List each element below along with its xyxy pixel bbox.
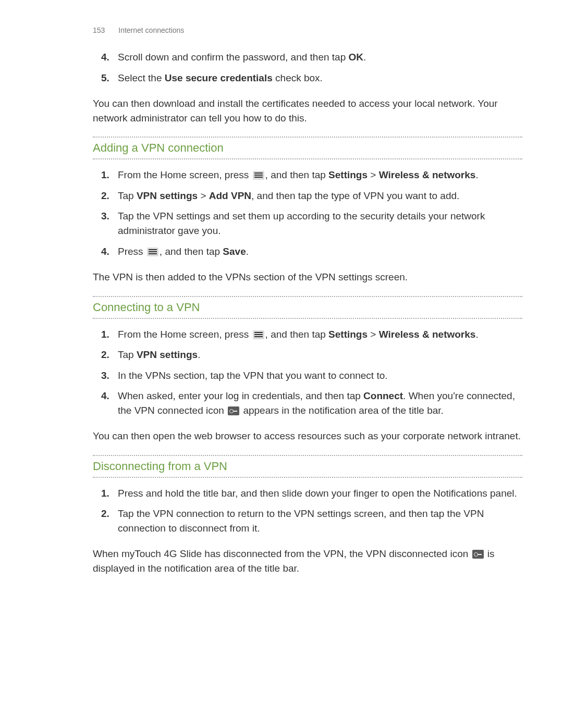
adding-after: The VPN is then added to the VPNs sectio… (93, 270, 522, 285)
step-bold: Connect (363, 390, 403, 401)
step-text: > (368, 169, 379, 180)
step-bold: Settings (328, 329, 368, 340)
section-title-connecting: Connecting to a VPN (93, 296, 522, 319)
disconnecting-step-1: 1 Press and hold the title bar, and then… (93, 486, 522, 507)
step-number: 4 (101, 389, 109, 403)
adding-step-4: 4 Press , and then tap Save. (93, 244, 522, 265)
connecting-steps: 1 From the Home screen, press , and then… (93, 327, 522, 424)
vpn-disconnected-icon (472, 550, 484, 559)
step-text: In the VPNs section, tap the VPN that yo… (118, 370, 388, 381)
header-section: Internet connections (118, 26, 184, 34)
step-text: . (475, 169, 478, 180)
disconnecting-after-pre: When myTouch 4G Slide has disconnected f… (93, 548, 471, 559)
section-title-text: Connecting to a VPN (93, 301, 200, 314)
step-bold: Wireless & networks (379, 329, 476, 340)
disconnecting-steps: 1 Press and hold the title bar, and then… (93, 486, 522, 542)
connecting-step-1: 1 From the Home screen, press , and then… (93, 327, 522, 348)
section-title-adding: Adding a VPN connection (93, 137, 522, 159)
section-title-disconnecting: Disconnecting from a VPN (93, 455, 522, 478)
intro-step-4: 4 Scroll down and confirm the password, … (93, 50, 522, 71)
step-text: Press and hold the title bar, and then s… (118, 488, 517, 499)
step-text: . (246, 246, 249, 257)
step-text: > (198, 190, 209, 201)
step-number: 1 (101, 168, 109, 182)
page-header: 153 Internet connections (93, 25, 522, 35)
disconnecting-step-2: 2 Tap the VPN connection to return to th… (93, 507, 522, 541)
menu-icon (253, 330, 264, 339)
vpn-connected-icon (228, 406, 239, 415)
step-number: 5 (101, 71, 109, 85)
step-text: . (198, 349, 200, 360)
connecting-step-4: 4 When asked, enter your log in credenti… (93, 389, 522, 424)
step-text: When asked, enter your log in credential… (118, 390, 363, 401)
step-number: 4 (101, 50, 109, 65)
intro-paragraph: You can then download and install the ce… (93, 96, 522, 125)
step-number: 2 (101, 189, 109, 203)
step-number: 1 (101, 327, 109, 342)
step-text: , and then tap (265, 169, 329, 180)
step-text: check box. (273, 72, 323, 83)
connecting-after: You can then open the web browser to acc… (93, 429, 522, 443)
adding-steps: 1 From the Home screen, press , and then… (93, 168, 522, 265)
step-text: From the Home screen, press (118, 169, 252, 180)
step-text: > (368, 329, 379, 340)
step-text: Tap the VPN connection to return to the … (118, 508, 484, 534)
step-number: 4 (101, 244, 109, 259)
step-text: Scroll down and confirm the password, an… (118, 52, 349, 63)
step-bold: Use secure credentials (165, 72, 273, 83)
step-number: 2 (101, 507, 109, 521)
step-bold: Settings (328, 169, 368, 180)
step-number: 3 (101, 368, 109, 383)
intro-steps: 4 Scroll down and confirm the password, … (93, 50, 522, 91)
intro-step-5: 5 Select the Use secure credentials chec… (93, 71, 522, 92)
step-text: , and then tap (265, 329, 329, 340)
step-text: From the Home screen, press (118, 329, 252, 340)
step-bold: Save (223, 246, 246, 257)
adding-step-2: 2 Tap VPN settings > Add VPN, and then t… (93, 189, 522, 209)
section-title-text: Disconnecting from a VPN (93, 460, 227, 473)
step-bold: VPN settings (137, 349, 198, 360)
connecting-step-2: 2 Tap VPN settings. (93, 348, 522, 368)
step-text: , and then tap the type of VPN you want … (251, 190, 459, 201)
step-text: . (363, 52, 366, 63)
menu-icon (253, 171, 264, 180)
step-text: Select the (118, 72, 165, 83)
connecting-step-3: 3 In the VPNs section, tap the VPN that … (93, 368, 522, 389)
step-bold: Wireless & networks (379, 169, 476, 180)
page-number: 153 (93, 26, 105, 34)
disconnecting-after: When myTouch 4G Slide has disconnected f… (93, 547, 522, 575)
step-bold: OK (349, 52, 364, 63)
step-bold: Add VPN (209, 190, 251, 201)
adding-step-1: 1 From the Home screen, press , and then… (93, 168, 522, 189)
step-number: 1 (101, 486, 109, 501)
step-number: 2 (101, 348, 109, 362)
step-text: Tap (118, 190, 137, 201)
step-text: . (475, 329, 478, 340)
menu-icon (147, 248, 158, 256)
section-title-text: Adding a VPN connection (93, 141, 224, 154)
step-text: Tap the VPN settings and set them up acc… (118, 211, 485, 236)
step-text: appears in the notification area of the … (240, 405, 444, 416)
step-text: , and then tap (160, 246, 223, 257)
step-text: Press (118, 246, 146, 257)
step-number: 3 (101, 209, 109, 224)
step-text: Tap (118, 349, 137, 360)
adding-step-3: 3 Tap the VPN settings and set them up a… (93, 209, 522, 244)
step-bold: VPN settings (137, 190, 198, 201)
